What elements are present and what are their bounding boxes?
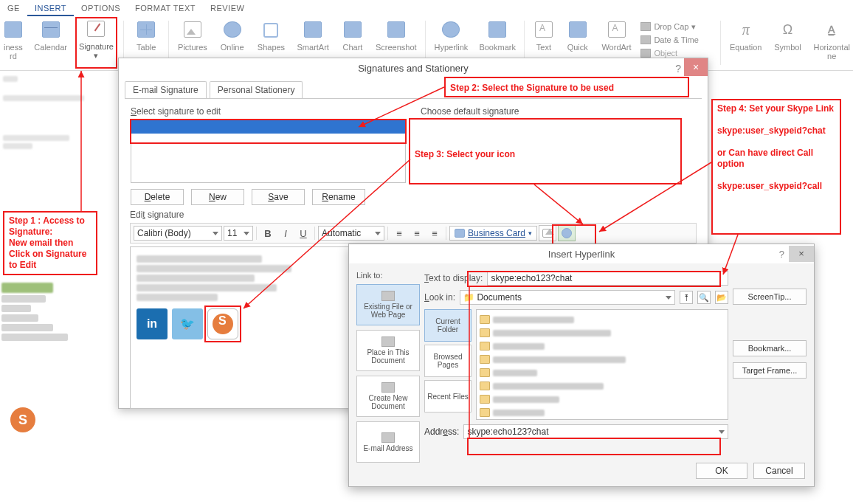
- help-icon[interactable]: ?: [675, 58, 681, 79]
- size-combo[interactable]: 11: [224, 226, 253, 241]
- twitter-icon[interactable]: 🐦: [172, 308, 203, 339]
- align-center-icon[interactable]: ≡: [409, 225, 425, 241]
- sig-dialog-title: Signatures and Stationery ? ×: [119, 58, 708, 79]
- align-left-icon[interactable]: ≡: [391, 225, 407, 241]
- skype-icon[interactable]: [207, 308, 238, 339]
- help-icon[interactable]: ?: [779, 249, 784, 260]
- step3-annotation: Step 3: Select your icon: [409, 118, 682, 184]
- link-to-label: Link to:: [356, 271, 420, 280]
- rb-symbol[interactable]: Ω Symbol: [771, 19, 805, 68]
- edit-toolbar: Calibri (Body) 11 B I U Automatic ≡ ≡ ≡ …: [130, 223, 697, 244]
- ok-button[interactable]: OK: [696, 463, 747, 479]
- linkedin-icon[interactable]: in: [137, 308, 168, 339]
- linkto-existing[interactable]: Existing File or Web Page: [356, 284, 420, 325]
- rb-calendar[interactable]: Calendar: [32, 19, 69, 68]
- tab-personal-stationery[interactable]: Personal Stationery: [210, 81, 303, 98]
- target-frame-button[interactable]: Target Frame...: [733, 362, 807, 379]
- tab-insert[interactable]: INSERT: [27, 0, 74, 16]
- align-right-icon[interactable]: ≡: [426, 225, 443, 241]
- linkto-email[interactable]: E-mail Address: [356, 421, 420, 463]
- ribbon-tabs: GE INSERT OPTIONS FORMAT TEXT REVIEW: [0, 0, 853, 16]
- document-placeholder: [0, 74, 103, 151]
- choose-default-label: Choose default signature: [421, 106, 696, 117]
- step2-annotation: Step 2: Select the Signature to be used: [444, 77, 689, 97]
- rb-signature[interactable]: Signature▾: [75, 17, 118, 69]
- look-in-combo[interactable]: 📁 Documents: [460, 290, 675, 305]
- cancel-button[interactable]: Cancel: [753, 463, 805, 479]
- screentip-button[interactable]: ScreenTip...: [733, 289, 807, 305]
- edit-signature-label: Edit signature: [130, 210, 697, 220]
- up-folder-icon[interactable]: ⭱: [680, 291, 693, 304]
- rb-datetime[interactable]: Date & Time: [640, 34, 714, 46]
- color-combo[interactable]: Automatic: [318, 226, 384, 241]
- close-icon[interactable]: ×: [789, 246, 814, 262]
- new-button[interactable]: New: [191, 189, 244, 205]
- select-signature-label: Select signature to edit: [131, 106, 406, 117]
- business-card-button[interactable]: Business Card▾: [449, 226, 537, 241]
- underline-button[interactable]: U: [295, 225, 311, 241]
- font-combo[interactable]: Calibri (Body): [134, 226, 222, 241]
- tab-review[interactable]: REVIEW: [203, 0, 252, 16]
- delete-button[interactable]: Delete: [131, 189, 184, 205]
- rb-dropcap[interactable]: Drop Cap ▾: [640, 21, 714, 32]
- left-text-placeholder: [1, 280, 61, 343]
- bookmark-button[interactable]: Bookmark...: [733, 340, 807, 356]
- nav-current-folder[interactable]: Current Folder: [424, 309, 472, 342]
- step1-annotation: Step 1 : Access to Signature:New email t…: [3, 211, 97, 275]
- nav-recent-files[interactable]: Recent Files: [424, 380, 472, 412]
- tab-format-text[interactable]: FORMAT TEXT: [128, 0, 203, 16]
- address-label: Address:: [424, 427, 459, 437]
- step4-annotation: Step 4: Set your Skype Linkskype:user_sk…: [711, 99, 841, 235]
- rename-button[interactable]: Rename: [312, 189, 365, 205]
- italic-button[interactable]: I: [277, 225, 294, 241]
- file-list[interactable]: [476, 309, 728, 420]
- linkto-place[interactable]: Place in This Document: [356, 330, 420, 371]
- text-to-display-input[interactable]: skype:echo123?chat: [487, 271, 728, 286]
- picture-icon[interactable]: [539, 225, 556, 241]
- address-input[interactable]: skype:echo123?chat: [463, 424, 728, 439]
- browse-file-icon[interactable]: 📂: [715, 291, 728, 304]
- rb-business-card[interactable]: inessrd: [0, 19, 27, 68]
- rb-horizontal[interactable]: A̲ Horizontalne: [810, 19, 853, 68]
- hyperlink-icon[interactable]: [558, 225, 576, 241]
- look-in-label: Look in:: [424, 292, 455, 303]
- tab-ge[interactable]: GE: [0, 0, 27, 16]
- tab-options[interactable]: OPTIONS: [74, 0, 128, 16]
- signature-list-item[interactable]: [131, 120, 405, 134]
- text-to-display-label: Text to display:: [424, 273, 483, 283]
- tab-email-signature[interactable]: E-mail Signature: [125, 81, 207, 98]
- linkto-createnew[interactable]: Create New Document: [356, 376, 420, 417]
- insert-hyperlink-dialog: Insert Hyperlink ? × Link to: Existing F…: [348, 244, 815, 487]
- rb-equation[interactable]: π Equation: [727, 19, 765, 68]
- browse-web-icon[interactable]: 🔍: [697, 291, 711, 304]
- signature-list[interactable]: [131, 120, 406, 183]
- skype-icon-large: S: [10, 407, 35, 432]
- bold-button[interactable]: B: [260, 225, 276, 241]
- nav-browsed-pages[interactable]: Browsed Pages: [424, 345, 472, 377]
- hl-title: Insert Hyperlink ? ×: [349, 244, 814, 263]
- close-icon[interactable]: ×: [684, 58, 708, 76]
- save-button[interactable]: Save: [252, 189, 305, 205]
